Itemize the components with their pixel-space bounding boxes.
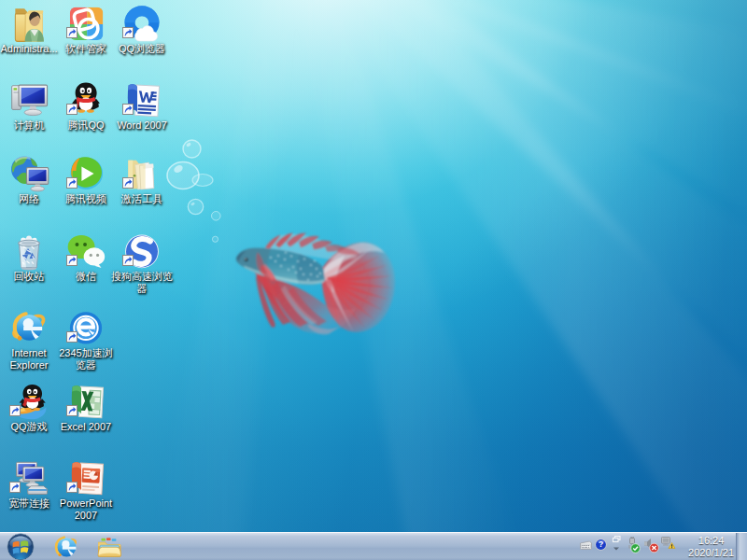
svg-text:?: ?	[599, 539, 603, 549]
